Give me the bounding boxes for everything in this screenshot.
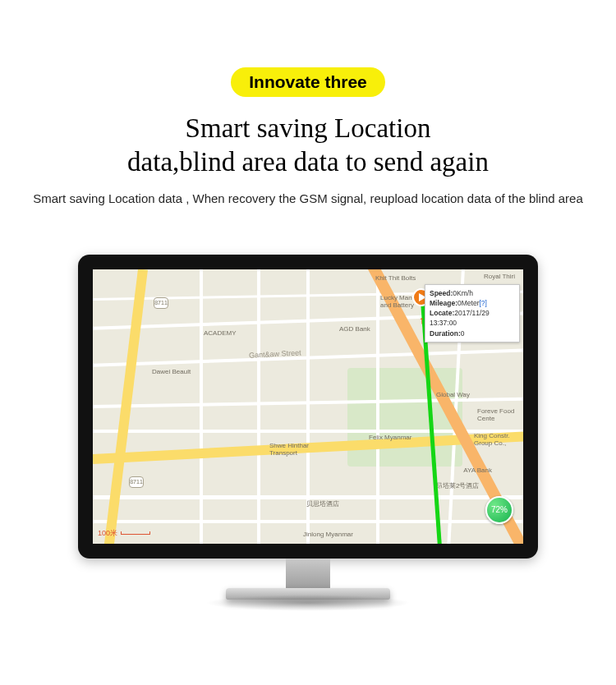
route-shield: 8711 — [154, 297, 168, 309]
progress-bubble: 72% — [485, 496, 513, 524]
poi-label: Felix Myanmar — [369, 434, 411, 441]
locate-label: Locate: — [430, 309, 454, 317]
speed-value: 0Km/h — [453, 289, 473, 297]
mileage-help-link[interactable]: [?] — [479, 299, 486, 307]
scale-value: 100米 — [98, 528, 117, 539]
map-scale: 100米 — [98, 528, 150, 539]
route-shield: 8711 — [129, 476, 144, 488]
mileage-label: Mileage: — [430, 299, 457, 307]
headline-line-2: data,blind area data to send again — [127, 147, 489, 177]
poi-label: 贝思塔酒店 — [306, 499, 339, 508]
duration-value: 0 — [461, 329, 465, 338]
poi-label: Shwe Hinthar Transport — [269, 442, 319, 457]
poi-label: Royal Thiri — [484, 273, 515, 280]
poi-label: Foreve Food Cente — [477, 407, 518, 422]
poi-label: Global Way — [436, 391, 470, 398]
duration-label: Duration: — [430, 329, 461, 338]
poi-label: King Constr. Group Co., — [474, 432, 518, 447]
poi-label: ACADEMY — [204, 329, 237, 337]
poi-label: AGD Bank — [339, 325, 370, 333]
map-screen: 8711 8711 Gant&aw Street Khit Thit Bolts… — [93, 269, 523, 544]
mileage-value: 0Meter — [457, 299, 479, 307]
monitor-neck — [286, 559, 330, 588]
subheading: Smart saving Location data , When recove… — [16, 191, 600, 205]
poi-label: Jinlong Myanmar — [303, 531, 353, 538]
direction-arrow-icon: ↑ — [419, 314, 425, 327]
scale-bar-icon — [121, 531, 150, 535]
speed-label: Speed: — [430, 289, 453, 297]
monitor-shadow — [205, 595, 411, 611]
badge: Innovate three — [231, 67, 385, 97]
monitor-frame: 8711 8711 Gant&aw Street Khit Thit Bolts… — [78, 255, 538, 559]
poi-label: 昂塔莱2号酒店 — [436, 481, 479, 490]
headline-line-1: Smart saving Location — [186, 113, 431, 143]
headline: Smart saving Location data,blind area da… — [127, 112, 489, 180]
poi-label: AYA Bank — [463, 467, 492, 474]
poi-label: Khit Thit Bolts — [375, 274, 416, 282]
monitor-illustration: 8711 8711 Gant&aw Street Khit Thit Bolts… — [78, 255, 538, 611]
poi-label: Dawei Beault — [152, 368, 191, 375]
tracker-info-box: Speed:0Km/h Mileage:0Meter[?] Locate:201… — [425, 284, 520, 343]
